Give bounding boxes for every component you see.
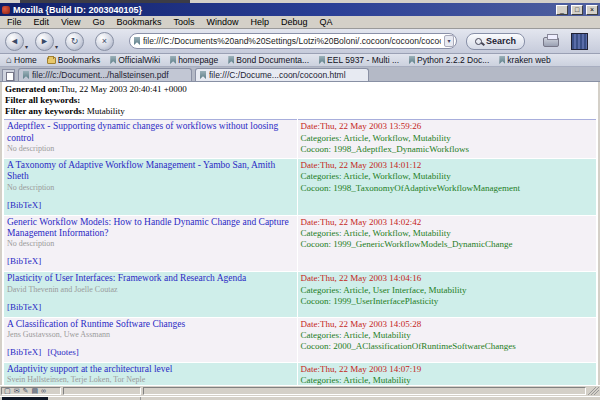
entry-main-cell: A Classification of Runtime Software Cha… [4, 317, 297, 362]
menu-item[interactable]: Edit [34, 17, 50, 27]
entry-meta-cell: Date:Thu, 22 May 2003 14:02:42 Categorie… [297, 215, 596, 272]
chat-icon[interactable]: ∞ [41, 387, 46, 395]
entry-row: A Classification of Runtime Software Cha… [4, 317, 596, 362]
entry-links: [BibTeX] [7, 249, 293, 268]
new-tab-button[interactable] [2, 69, 15, 81]
bookmark-item[interactable]: homepage [170, 55, 218, 65]
entry-cocoon: Cocoon: 1998_TaxonomyOfAdaptiveWorkflowM… [301, 183, 592, 194]
forward-button[interactable]: ► [35, 32, 54, 51]
url-input[interactable] [143, 36, 441, 46]
bookmark-item[interactable]: OfficialWiki [110, 55, 160, 65]
close-button[interactable]: × [586, 5, 598, 15]
entry-cocoon: Cocoon: 1999_UserInterfacePlasticity [301, 296, 592, 307]
menu-item[interactable]: Debug [281, 17, 308, 27]
entry-title-link[interactable]: A Taxonomy of Adaptive Workflow Manageme… [7, 160, 293, 182]
menu-item[interactable]: QA [320, 17, 333, 27]
menu-item[interactable]: Window [206, 17, 238, 27]
component-bar: ▢ ✉ ✎ ▤ ∞ [1, 387, 61, 395]
entry-quotes-link[interactable]: [Quotes] [47, 347, 79, 357]
entry-row: Generic Workflow Models: How to Handle D… [4, 215, 596, 272]
menu-item[interactable]: Go [92, 17, 104, 27]
entry-main-cell: Generic Workflow Models: How to Handle D… [4, 215, 297, 272]
entry-bibtex-link[interactable]: [BibTeX] [7, 347, 41, 357]
dropdown-arrow-icon[interactable]: ▾ [55, 43, 60, 50]
entry-row: Adeptflex - Supporting dynamic changes o… [4, 120, 596, 159]
reload-button[interactable]: ↻ [65, 32, 84, 51]
status-text [143, 387, 586, 395]
bookmark-item[interactable]: Bond Documenta... [228, 55, 309, 65]
bookmark-icon [134, 37, 140, 45]
bookmark-label: OfficialWiki [118, 55, 160, 65]
filter-all-line: Filter all keywords: [5, 95, 596, 106]
browser-tab[interactable]: file:///C:/Docume...coon/cocoon.html [195, 68, 369, 81]
entry-categories: Categories: Article, User Interface, Mut… [301, 285, 592, 296]
entry-title-link[interactable]: A Classification of Runtime Software Cha… [7, 319, 293, 330]
bookmark-item[interactable]: Home [6, 55, 37, 65]
tab-label: file:///c:/Document.../hallsteinsen.pdf [32, 70, 169, 80]
menu-item[interactable]: Help [250, 17, 269, 27]
entry-title-link[interactable]: Generic Workflow Models: How to Handle D… [7, 217, 293, 239]
bookmark-label: Home [14, 55, 37, 65]
stop-button[interactable]: × [95, 32, 114, 51]
url-dropdown-button[interactable]: ▾ [444, 35, 454, 47]
filter-all-label: Filter all keywords: [5, 95, 80, 105]
entry-title-link[interactable]: Adaptivity support at the architectural … [7, 364, 293, 375]
ribbon-icon [409, 56, 415, 64]
search-button[interactable]: Search [466, 33, 525, 50]
address-book-icon[interactable]: ▤ [31, 387, 38, 395]
bookmark-label: Bookmarks [58, 55, 101, 65]
bibliography-table: Adeptflex - Supporting dynamic changes o… [4, 119, 596, 385]
entry-row: A Taxonomy of Adaptive Workflow Manageme… [4, 159, 596, 216]
status-segment [63, 387, 141, 395]
entry-date: Date:Thu, 22 May 2003 14:01:12 [301, 160, 592, 171]
entry-links: [BibTeX][Quotes] [7, 340, 293, 359]
bookmark-label: Bond Documenta... [236, 55, 309, 65]
navigator-icon[interactable]: ▢ [4, 387, 11, 395]
entry-bibtex-link[interactable]: [BibTeX] [7, 200, 41, 210]
bookmark-label: homepage [178, 55, 218, 65]
entry-title-link[interactable]: Adeptflex - Supporting dynamic changes o… [7, 121, 293, 143]
ribbon-icon [170, 56, 176, 64]
entry-main-cell: Plasticity of User Interfaces: Framework… [4, 272, 297, 317]
mozilla-throbber-icon[interactable] [571, 33, 588, 50]
entry-links: [BibTeX] [7, 193, 293, 212]
menu-item[interactable]: File [7, 17, 22, 27]
bookmark-item[interactable]: Bookmarks [47, 55, 101, 65]
entry-title-link[interactable]: Plasticity of User Interfaces: Framework… [7, 273, 293, 284]
entry-bibtex-link[interactable]: [BibTeX] [7, 302, 41, 312]
menu-item[interactable]: View [61, 17, 80, 27]
entry-main-cell: A Taxonomy of Adaptive Workflow Manageme… [4, 159, 297, 216]
resize-grip[interactable] [588, 387, 599, 395]
menu-item[interactable]: Bookmarks [116, 17, 161, 27]
ribbon-icon [110, 56, 116, 64]
entry-categories: Categories: Article, Workflow, Mutabilit… [301, 228, 592, 239]
entry-byline: No description [7, 183, 293, 193]
page-content: Generated on:Thu, 22 May 2003 20:40:41 +… [0, 82, 600, 385]
back-button[interactable]: ◄ [5, 32, 24, 51]
print-icon[interactable] [543, 37, 559, 47]
minimize-button[interactable]: _ [556, 5, 568, 15]
composer-icon[interactable]: ✎ [23, 387, 29, 395]
ribbon-icon [499, 56, 505, 64]
generated-label: Generated on: [5, 84, 60, 94]
maximize-button[interactable]: □ [571, 5, 583, 15]
browser-tab[interactable]: file:///c:/Document.../hallsteinsen.pdf [18, 68, 192, 81]
menu-item[interactable]: Tools [173, 17, 194, 27]
dropdown-arrow-icon[interactable]: ▾ [25, 43, 30, 50]
bookmark-item[interactable]: Python 2.2.2 Doc... [409, 55, 489, 65]
entry-byline: No description [7, 144, 293, 154]
menubar: File Edit View Go Bookmarks Tools Window… [0, 16, 600, 29]
entry-bibtex-link[interactable]: [BibTeX] [7, 256, 41, 266]
search-icon [475, 38, 482, 45]
bookmark-item[interactable]: kraken web [499, 55, 550, 65]
entry-cocoon: Cocoon: 1999_GenericWorkflowModels_Dynam… [301, 239, 592, 250]
entry-main-cell: Adeptflex - Supporting dynamic changes o… [4, 120, 297, 159]
mozilla-icon[interactable] [2, 6, 10, 14]
bookmark-item[interactable]: EEL 5937 - Multi ... [319, 55, 399, 65]
entry-byline: No description [7, 239, 293, 249]
mail-icon[interactable]: ✉ [14, 387, 20, 395]
entry-date: Date:Thu, 22 May 2003 14:05:28 [301, 319, 592, 330]
search-label: Search [486, 36, 516, 46]
entry-meta-cell: Date:Thu, 22 May 2003 14:04:16 Categorie… [297, 272, 596, 317]
status-bar: ▢ ✉ ✎ ▤ ∞ [0, 385, 600, 396]
